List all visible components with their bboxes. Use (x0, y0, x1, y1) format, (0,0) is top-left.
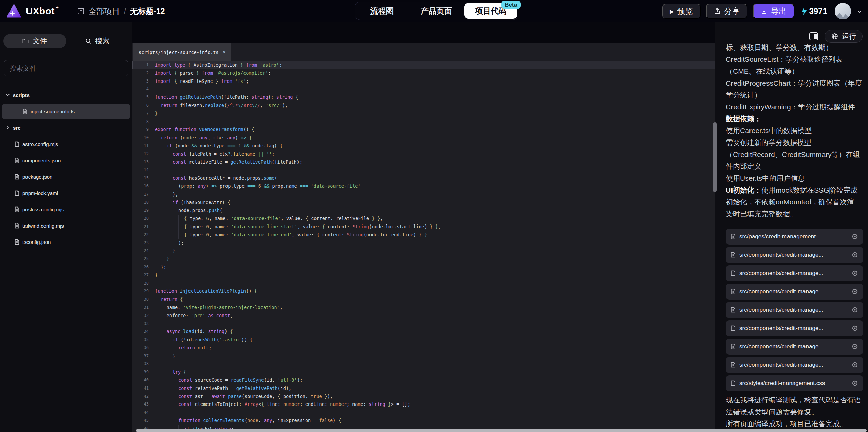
eye-icon[interactable] (851, 306, 858, 313)
code-line-20[interactable]: 20{ type: 6, name: 'data-source-file', v… (132, 215, 715, 223)
file-chip-8[interactable]: src/styles/credit-management.css (726, 375, 863, 391)
code-line-29[interactable]: 29function injectLocationVitePlugin() { (132, 287, 715, 295)
chevron-down-icon[interactable] (856, 8, 863, 14)
eye-icon[interactable] (851, 325, 858, 332)
file-chip-0[interactable]: src/pages/credit-management-... (726, 229, 863, 245)
page-title[interactable]: 无标题-12 (130, 6, 165, 17)
tree-file-inject-source-info.ts[interactable]: inject-source-info.ts (2, 104, 130, 119)
panel-scrollbar[interactable] (713, 122, 717, 192)
code-line-8[interactable]: 8 (132, 118, 715, 126)
code-line-11[interactable]: 11if (node && node.type === 1 && node.ta… (132, 142, 715, 150)
tab-files[interactable]: 文件 (3, 34, 66, 48)
code-content[interactable]: 1import type { AstroIntegration } from '… (132, 61, 715, 432)
code-line-9[interactable]: 9export function vueNodeTransform() { (132, 126, 715, 134)
file-search-input[interactable] (9, 64, 123, 73)
eye-icon[interactable] (851, 380, 858, 387)
code-line-39[interactable]: 39try { (132, 368, 715, 376)
horizontal-scrollbar[interactable] (136, 429, 867, 432)
file-icon (14, 190, 20, 196)
code-line-31[interactable]: 31name: 'vite-plugin-astro-inject-locati… (132, 304, 715, 312)
code-line-43[interactable]: 43const elementsToInject: Array<{ line: … (132, 400, 715, 409)
code-line-26[interactable]: 26}; (132, 263, 715, 271)
code-line-44[interactable]: 44 (132, 409, 715, 417)
eye-icon[interactable] (851, 251, 858, 258)
code-line-3[interactable]: 3import { readFileSync } from 'fs'; (132, 77, 715, 86)
tree-file-tsconfig.json[interactable]: tsconfig.json (2, 234, 130, 249)
code-line-16[interactable]: 16(prop: any) => prop.type === 6 && prop… (132, 182, 715, 191)
file-chip-2[interactable]: src/components/credit-manage... (726, 265, 863, 281)
code-line-34[interactable]: 34async load(id: string) { (132, 328, 715, 336)
code-line-33[interactable]: 33 (132, 320, 715, 328)
code-line-32[interactable]: 32enforce: 'pre' as const, (132, 312, 715, 320)
code-line-25[interactable]: 25} (132, 255, 715, 263)
breadcrumb-project[interactable]: 全部项目 (89, 6, 120, 17)
mode-tab-2[interactable]: 项目代码Beta (464, 3, 517, 19)
tree-file-components.json[interactable]: components.json (2, 153, 130, 168)
code-line-5[interactable]: 5function getRelativePath(filePath: stri… (132, 93, 715, 102)
code-line-24[interactable]: 24} (132, 247, 715, 255)
code-line-41[interactable]: 41const relativePath = getRelativePath(i… (132, 384, 715, 393)
file-chip-7[interactable]: src/components/credit-manage... (726, 357, 863, 373)
mode-tab-0[interactable]: 流程图 (356, 3, 409, 19)
code-line-12[interactable]: 12const filePath = ctx?.filename || ''; (132, 150, 715, 158)
editor-tab[interactable]: scripts/inject-source-info.ts × (133, 43, 231, 61)
code-line-45[interactable]: 45function collectElements(node: any, in… (132, 417, 715, 425)
code-line-38[interactable]: 38 (132, 360, 715, 368)
preview-button[interactable]: ▶ 预览 (662, 4, 700, 19)
export-button[interactable]: 导出 (753, 4, 794, 19)
tree-file-pnpm-lock.yaml[interactable]: pnpm-lock.yaml (2, 185, 130, 200)
code-line-7[interactable]: 7} (132, 110, 715, 118)
tree-file-postcss.config.mjs[interactable]: postcss.config.mjs (2, 202, 130, 217)
app-logo-icon[interactable] (7, 4, 21, 18)
code-line-14[interactable]: 14 (132, 166, 715, 174)
tab-search[interactable]: 搜索 (66, 34, 129, 48)
panel-toggle-icon[interactable] (809, 32, 818, 41)
run-button[interactable]: 运行 (825, 30, 863, 43)
line-number: 42 (132, 393, 155, 401)
code-line-23[interactable]: 23); (132, 239, 715, 247)
eye-icon[interactable] (851, 288, 858, 295)
code-editor: scripts/inject-source-info.ts × 1import … (132, 22, 715, 432)
tree-file-package.json[interactable]: package.json (2, 169, 130, 184)
eye-icon[interactable] (851, 361, 858, 368)
file-chip-3[interactable]: src/components/credit-manage... (726, 284, 863, 300)
code-line-28[interactable]: 28 (132, 280, 715, 288)
code-line-21[interactable]: 21{ type: 6, name: 'data-source-line-sta… (132, 223, 715, 231)
code-line-10[interactable]: 10return (node: any, ctx: any) => { (132, 134, 715, 142)
avatar[interactable] (835, 3, 851, 19)
tree-file-astro.config.mjs[interactable]: astro.config.mjs (2, 137, 130, 151)
code-line-19[interactable]: 19node.props.push( (132, 206, 715, 215)
code-line-35[interactable]: 35if (!id.endsWith('.astro')) { (132, 336, 715, 344)
code-line-18[interactable]: 18if (!hasSourceAttr) { (132, 199, 715, 207)
code-line-30[interactable]: 30return { (132, 295, 715, 304)
mode-tab-1[interactable]: 产品页面 (410, 3, 463, 19)
eye-icon[interactable] (851, 233, 858, 240)
code-line-2[interactable]: 2import { parse } from '@astrojs/compile… (132, 69, 715, 77)
code-line-1[interactable]: 1import type { AstroIntegration } from '… (132, 61, 715, 69)
code-line-42[interactable]: 42const ast = await parse(sourceCode, { … (132, 393, 715, 401)
code-line-27[interactable]: 27} (132, 271, 715, 280)
brand[interactable]: UXbot ✦ (26, 6, 59, 17)
panel-content[interactable]: 标、获取日期、学分数、有效期）CreditSourceList：学分获取途径列表… (726, 43, 863, 432)
tree-file-tailwind.config.mjs[interactable]: tailwind.config.mjs (2, 218, 130, 233)
file-chip-4[interactable]: src/components/credit-manage... (726, 302, 863, 318)
eye-icon[interactable] (851, 270, 858, 277)
code-line-13[interactable]: 13const relativeFile = getRelativePath(f… (132, 158, 715, 166)
code-line-17[interactable]: 17); (132, 191, 715, 199)
eye-icon[interactable] (851, 343, 858, 350)
code-line-36[interactable]: 36return null; (132, 344, 715, 352)
file-chip-1[interactable]: src/components/credit-manage... (726, 247, 863, 263)
code-line-37[interactable]: 37} (132, 352, 715, 360)
tree-folder-scripts[interactable]: scripts (2, 88, 130, 103)
share-button[interactable]: 分享 (706, 4, 747, 19)
credits-counter[interactable]: 3971 (801, 6, 827, 16)
code-line-40[interactable]: 40const sourceCode = readFileSync(id, 'u… (132, 376, 715, 384)
file-chip-5[interactable]: src/components/credit-manage... (726, 320, 863, 336)
code-line-4[interactable]: 4 (132, 85, 715, 93)
file-chip-6[interactable]: src/components/credit-manage... (726, 339, 863, 355)
code-line-22[interactable]: 22{ type: 6, name: 'data-source-line-end… (132, 231, 715, 239)
tree-folder-src[interactable]: src (2, 120, 130, 135)
code-line-15[interactable]: 15const hasSourceAttr = node.props.some( (132, 174, 715, 182)
code-line-6[interactable]: 6return filePath.replace(/^.*\/src\//, '… (132, 102, 715, 110)
close-icon[interactable]: × (223, 49, 226, 55)
